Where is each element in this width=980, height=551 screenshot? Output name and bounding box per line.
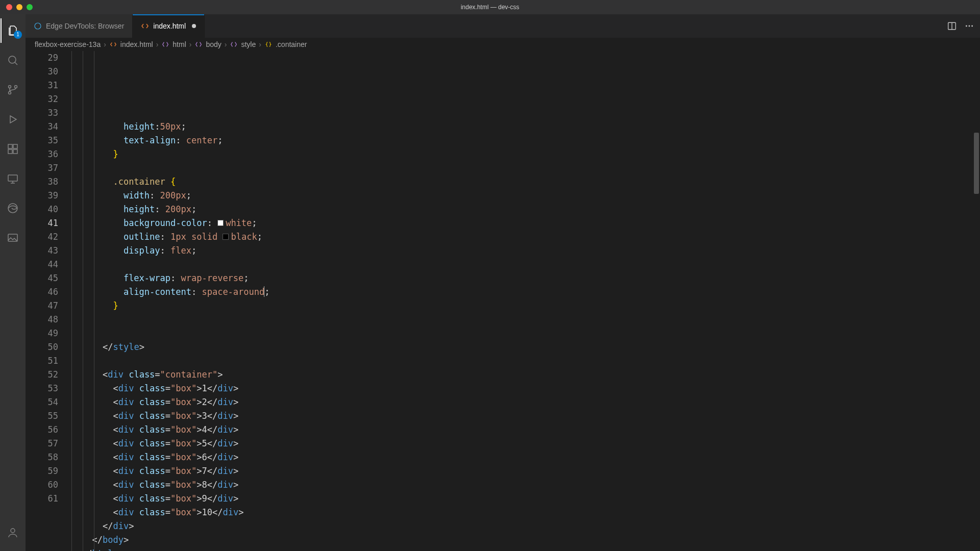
code-content[interactable]: height:50px; text-align: center; } .cont… [71,51,980,551]
line-numbers: 2930313233343536373839404142434445464748… [26,51,71,551]
titlebar: index.html — dev-css [0,0,980,14]
svg-point-15 [966,26,967,27]
activity-remote[interactable] [1,166,25,191]
activity-extensions[interactable] [1,137,25,161]
modified-indicator-icon [192,24,196,28]
tab-index-html[interactable]: index.html [133,14,205,38]
window-controls [0,4,33,10]
edge-icon [7,202,19,214]
scrollbar-thumb[interactable] [974,133,979,194]
close-window-icon[interactable] [6,4,12,10]
html-file-icon [141,22,149,30]
editor-area: Edge DevTools: Browser index.html flexb [26,14,980,551]
chevron-right-icon: › [189,40,192,48]
svg-point-16 [969,26,970,27]
maximize-window-icon[interactable] [27,4,33,10]
chevron-right-icon: › [156,40,159,48]
svg-rect-4 [8,144,12,148]
breadcrumb-container[interactable]: .container [276,40,307,48]
activity-accounts[interactable] [1,520,25,545]
svg-point-9 [8,204,17,213]
chevron-right-icon: › [104,40,106,48]
symbol-icon [194,40,203,48]
breadcrumbs[interactable]: flexbox-exercise-13a › index.html › html… [26,38,980,51]
split-editor-button[interactable] [946,20,958,32]
activity-explorer[interactable]: 1 [1,18,25,43]
svg-rect-8 [8,175,17,181]
symbol-icon [161,40,169,48]
image-icon [7,232,19,244]
svg-point-2 [9,92,11,94]
svg-point-3 [15,86,17,88]
chevron-right-icon: › [225,40,227,48]
activity-bar: 1 [0,14,26,551]
search-icon [7,54,19,66]
editor-tabs: Edge DevTools: Browser index.html [26,14,980,38]
svg-rect-5 [13,144,17,148]
svg-point-13 [35,23,41,29]
scrollbar[interactable] [972,51,979,551]
breadcrumb-style[interactable]: style [241,40,256,48]
activity-unknown[interactable] [1,226,25,250]
branch-icon [7,84,19,96]
explorer-badge: 1 [14,31,22,39]
minimize-window-icon[interactable] [16,4,22,10]
breadcrumb-body[interactable]: body [206,40,221,48]
play-bug-icon [7,113,19,126]
breadcrumb-folder[interactable]: flexbox-exercise-13a [35,40,101,48]
svg-point-1 [9,86,11,88]
code-editor[interactable]: 2930313233343536373839404142434445464748… [26,51,980,551]
symbol-icon [264,40,273,48]
html-file-icon [109,40,117,48]
activity-edge-devtools[interactable] [1,196,25,220]
extensions-icon [7,143,19,155]
svg-point-11 [11,529,15,533]
breadcrumb-file[interactable]: index.html [120,40,153,48]
svg-point-0 [9,56,16,63]
activity-run-debug[interactable] [1,107,25,132]
window-title: index.html — dev-css [0,4,980,11]
activity-search[interactable] [1,48,25,72]
chevron-right-icon: › [259,40,261,48]
split-icon [947,21,957,31]
tab-label: index.html [153,22,186,30]
remote-explorer-icon [7,172,19,185]
breadcrumb-html[interactable]: html [173,40,186,48]
svg-rect-7 [13,149,17,154]
activity-source-control[interactable] [1,78,25,102]
edge-tab-icon [34,22,42,30]
account-icon [7,527,19,539]
tab-edge-devtools[interactable]: Edge DevTools: Browser [26,14,133,38]
symbol-icon [230,40,238,48]
tab-label: Edge DevTools: Browser [46,22,124,30]
svg-rect-6 [8,149,12,154]
